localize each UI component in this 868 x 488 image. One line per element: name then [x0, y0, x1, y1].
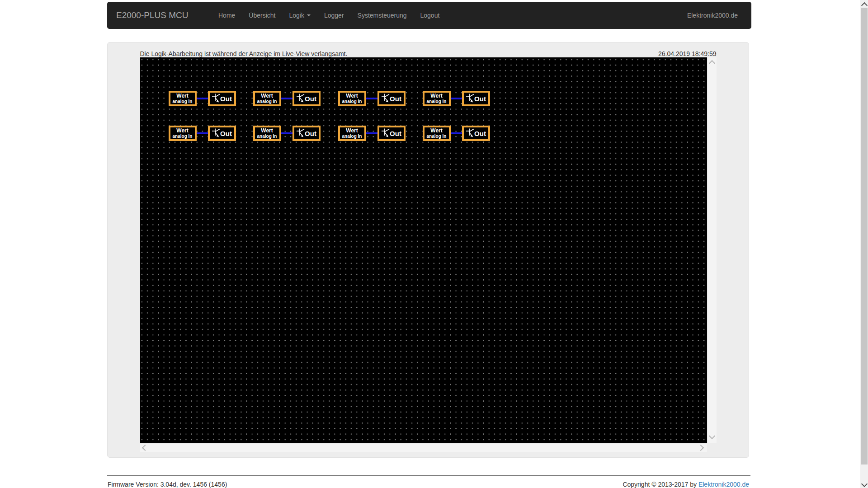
wire-connector: [197, 98, 208, 99]
wire-connector: [451, 132, 462, 134]
canvas-horizontal-scrollbar[interactable]: [140, 444, 707, 452]
transistor-icon: [466, 128, 475, 139]
nav-item-home[interactable]: Home: [212, 2, 242, 29]
nav-item-logout[interactable]: Logout: [414, 2, 447, 29]
analog-input-block[interactable]: Wertanalog In: [423, 126, 451, 141]
scroll-right-icon[interactable]: [697, 445, 703, 451]
scroll-left-icon[interactable]: [142, 445, 148, 451]
analog-input-block[interactable]: Wertanalog In: [338, 126, 366, 141]
nav-item-logik[interactable]: Logik: [283, 2, 317, 29]
output-block[interactable]: Out: [292, 91, 321, 106]
wire-connector: [281, 98, 292, 99]
output-block[interactable]: Out: [377, 126, 406, 141]
liveview-panel: Die Logik-Abarbeitung ist während der An…: [107, 42, 749, 458]
analog-input-block[interactable]: Wertanalog In: [253, 126, 281, 141]
analog-input-block[interactable]: Wertanalog In: [338, 91, 366, 106]
output-block[interactable]: Out: [292, 126, 321, 141]
transistor-icon: [296, 128, 305, 139]
transistor-icon: [296, 93, 305, 104]
footer-divider: [107, 475, 750, 476]
copyright-link[interactable]: Elektronik2000.de: [698, 481, 749, 488]
page-scrollbar[interactable]: [860, 0, 868, 488]
transistor-icon: [212, 93, 221, 104]
nav-menu: HomeÜbersichtLogikLoggerSystemsteuerungL…: [212, 2, 446, 29]
wire-connector: [366, 98, 377, 99]
transistor-icon: [212, 128, 221, 139]
page-scroll-up-icon[interactable]: [860, 0, 868, 8]
output-block[interactable]: Out: [377, 91, 406, 106]
output-block[interactable]: Out: [462, 126, 490, 141]
output-block[interactable]: Out: [208, 91, 236, 106]
wire-connector: [197, 132, 208, 134]
liveview-message: Die Logik-Abarbeitung ist während der An…: [140, 50, 348, 57]
liveview-timestamp: 26.04.2019 18:49:59: [658, 50, 716, 57]
logic-canvas[interactable]: Wertanalog InOutWertanalog InOutWertanal…: [140, 57, 707, 443]
transistor-icon: [466, 93, 475, 104]
canvas-vertical-scrollbar[interactable]: [708, 57, 717, 443]
nav-item-logger[interactable]: Logger: [317, 2, 351, 29]
page-scrollbar-thumb[interactable]: [861, 8, 868, 465]
wire-connector: [281, 132, 292, 134]
copyright-text: Copyright © 2013-2017 by Elektronik2000.…: [559, 481, 749, 488]
scroll-down-icon[interactable]: [708, 433, 715, 439]
firmware-version-text: Firmware Version: 3.04d, dev. 1456 (1456…: [108, 481, 227, 488]
brand-link[interactable]: E2000-PLUS MCU: [107, 10, 205, 20]
analog-input-block[interactable]: Wertanalog In: [169, 126, 197, 141]
wire-connector: [451, 98, 462, 99]
analog-input-block[interactable]: Wertanalog In: [253, 91, 281, 106]
page-scroll-down-icon[interactable]: [860, 480, 868, 488]
nav-item-systemsteuerung[interactable]: Systemsteuerung: [351, 2, 414, 29]
transistor-icon: [381, 128, 390, 139]
analog-input-block[interactable]: Wertanalog In: [169, 91, 197, 106]
top-navbar: E2000-PLUS MCU HomeÜbersichtLogikLoggerS…: [107, 2, 751, 29]
wire-connector: [366, 132, 377, 134]
output-block[interactable]: Out: [462, 91, 490, 106]
scroll-up-icon[interactable]: [708, 60, 715, 66]
transistor-icon: [381, 93, 390, 104]
chevron-down-icon: [307, 14, 311, 16]
analog-input-block[interactable]: Wertanalog In: [423, 91, 451, 106]
navbar-right-text: Elektronik2000.de: [687, 2, 738, 29]
output-block[interactable]: Out: [208, 126, 236, 141]
nav-item-bersicht[interactable]: Übersicht: [242, 2, 282, 29]
